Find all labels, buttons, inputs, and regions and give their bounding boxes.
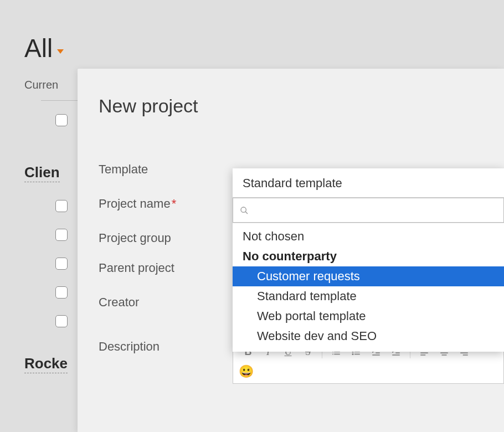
creator-label: Creator: [99, 294, 233, 310]
dropdown-group-header: No counterparty: [233, 246, 504, 266]
template-dropdown: Standard template Not chosen No counterp…: [233, 168, 504, 352]
project-name-label: Project name*: [99, 196, 233, 211]
parent-project-label: Parent project: [99, 260, 233, 275]
checkbox[interactable]: [55, 315, 68, 327]
modal-title: New project: [99, 95, 504, 117]
svg-point-2: [352, 353, 354, 355]
dropdown-item-website-dev[interactable]: Website dev and SEO: [233, 326, 504, 346]
project-group-label: Project group: [99, 230, 233, 245]
checkbox[interactable]: [55, 286, 68, 299]
search-icon: [240, 206, 249, 215]
dropdown-item-not-chosen[interactable]: Not chosen: [233, 227, 504, 246]
description-label: Description: [99, 338, 233, 354]
emoji-button[interactable]: 😀: [233, 363, 503, 383]
dropdown-item-web-portal[interactable]: Web portal template: [233, 306, 504, 326]
checkbox[interactable]: [55, 114, 68, 126]
svg-line-4: [245, 212, 248, 214]
dropdown-search[interactable]: [233, 198, 504, 223]
page-title: All: [24, 33, 53, 63]
required-star-icon: *: [172, 197, 177, 210]
checkbox[interactable]: [55, 258, 68, 270]
search-input[interactable]: [254, 204, 497, 217]
svg-point-3: [241, 207, 246, 212]
section-header[interactable]: Clien: [24, 164, 60, 182]
dropdown-item-customer-requests[interactable]: Customer requests: [233, 266, 504, 286]
dropdown-list: Not chosen No counterparty Customer requ…: [233, 223, 504, 352]
section-header[interactable]: Rocke: [24, 355, 68, 373]
template-label: Template: [99, 161, 233, 177]
filter-label: Curren: [24, 79, 58, 91]
dropdown-selected-value[interactable]: Standard template: [233, 168, 504, 197]
page-title-dropdown[interactable]: All: [24, 33, 504, 63]
chevron-down-icon: [57, 49, 64, 54]
checkbox[interactable]: [55, 229, 68, 241]
dropdown-item-standard-template[interactable]: Standard template: [233, 286, 504, 306]
checkbox[interactable]: [55, 200, 68, 212]
